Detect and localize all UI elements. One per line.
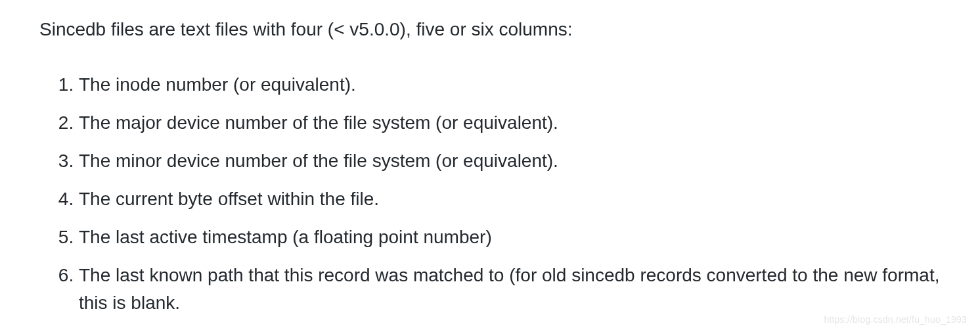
intro-paragraph: Sincedb files are text files with four (… [39,16,941,43]
list-item: The inode number (or equivalent). [79,71,941,99]
list-item: The major device number of the file syst… [79,109,941,137]
columns-list: The inode number (or equivalent). The ma… [39,71,941,317]
list-item: The last active timestamp (a floating po… [79,224,941,251]
list-item: The current byte offset within the file. [79,185,941,213]
list-item: The minor device number of the file syst… [79,147,941,175]
watermark-text: https://blog.csdn.net/fu_huo_1993 [824,314,967,325]
list-item: The last known path that this record was… [79,262,941,317]
